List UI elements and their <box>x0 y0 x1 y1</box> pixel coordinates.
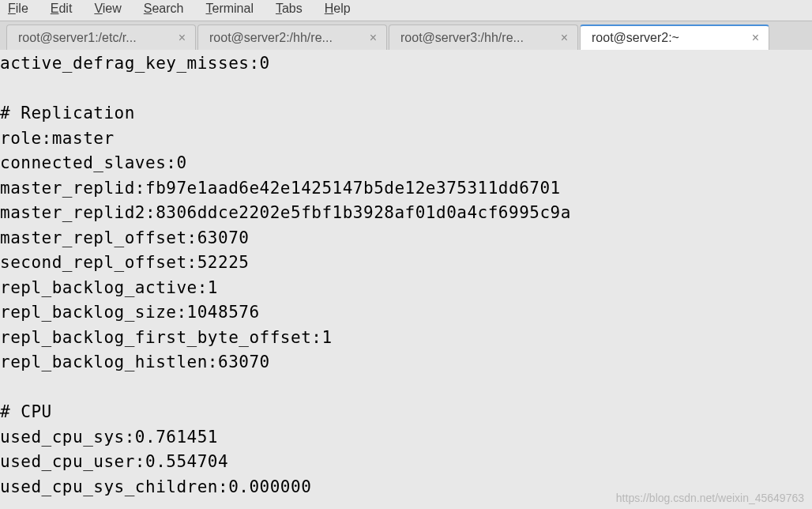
watermark: https://blog.csdn.net/weixin_45649763 <box>616 492 804 504</box>
menubar: File Edit View Search Terminal Tabs Help <box>0 0 812 21</box>
menu-view[interactable]: View <box>94 2 121 16</box>
tabbar: root@server1:/etc/r... × root@server2:/h… <box>0 21 812 50</box>
menu-edit[interactable]: Edit <box>51 2 73 16</box>
close-icon[interactable]: × <box>561 32 568 44</box>
tab-label: root@server2:/hh/re... <box>209 31 363 45</box>
tab-label: root@server2:~ <box>592 31 746 45</box>
menu-search[interactable]: Search <box>144 2 184 16</box>
menu-tabs[interactable]: Tabs <box>276 2 303 16</box>
tab-server2-home[interactable]: root@server2:~ × <box>580 25 769 50</box>
tab-label: root@server1:/etc/r... <box>18 31 172 45</box>
tab-server2-hh[interactable]: root@server2:/hh/re... × <box>197 25 387 50</box>
menu-file[interactable]: File <box>8 2 28 16</box>
tab-server1-etc[interactable]: root@server1:/etc/r... × <box>6 25 196 50</box>
terminal-output[interactable]: active_defrag_key_misses:0 # Replication… <box>0 50 812 500</box>
close-icon[interactable]: × <box>179 32 186 44</box>
tab-server3-hh[interactable]: root@server3:/hh/re... × <box>389 25 578 50</box>
close-icon[interactable]: × <box>370 32 377 44</box>
menu-help[interactable]: Help <box>325 2 351 16</box>
tab-label: root@server3:/hh/re... <box>400 31 554 45</box>
menu-terminal[interactable]: Terminal <box>205 2 253 16</box>
close-icon[interactable]: × <box>752 32 759 44</box>
